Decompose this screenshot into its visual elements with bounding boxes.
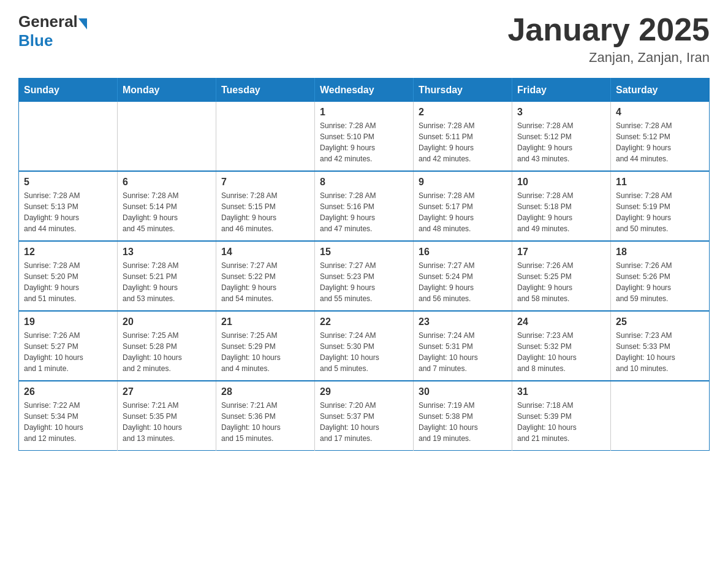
calendar-cell: 4Sunrise: 7:28 AM Sunset: 5:12 PM Daylig… — [611, 102, 710, 171]
header: General Blue January 2025 Zanjan, Zanjan… — [18, 12, 710, 66]
day-number: 19 — [24, 316, 112, 327]
day-info: Sunrise: 7:26 AM Sunset: 5:26 PM Dayligh… — [616, 260, 704, 304]
day-number: 23 — [419, 316, 507, 327]
calendar-cell: 13Sunrise: 7:28 AM Sunset: 5:21 PM Dayli… — [118, 241, 216, 311]
day-info: Sunrise: 7:18 AM Sunset: 5:39 PM Dayligh… — [517, 400, 605, 444]
day-info: Sunrise: 7:28 AM Sunset: 5:13 PM Dayligh… — [24, 190, 112, 234]
calendar-cell: 3Sunrise: 7:28 AM Sunset: 5:12 PM Daylig… — [512, 102, 611, 171]
day-info: Sunrise: 7:28 AM Sunset: 5:11 PM Dayligh… — [419, 120, 507, 164]
weekday-header-tuesday: Tuesday — [216, 79, 315, 102]
day-info: Sunrise: 7:21 AM Sunset: 5:36 PM Dayligh… — [221, 400, 309, 444]
day-info: Sunrise: 7:28 AM Sunset: 5:14 PM Dayligh… — [123, 190, 211, 234]
calendar-cell: 20Sunrise: 7:25 AM Sunset: 5:28 PM Dayli… — [118, 311, 216, 381]
day-info: Sunrise: 7:28 AM Sunset: 5:12 PM Dayligh… — [616, 120, 704, 164]
day-number: 30 — [419, 386, 507, 397]
weekday-header-thursday: Thursday — [414, 79, 512, 102]
weekday-header-wednesday: Wednesday — [315, 79, 414, 102]
calendar-cell: 28Sunrise: 7:21 AM Sunset: 5:36 PM Dayli… — [216, 381, 315, 451]
day-info: Sunrise: 7:20 AM Sunset: 5:37 PM Dayligh… — [320, 400, 408, 444]
day-number: 24 — [517, 316, 605, 327]
day-number: 15 — [320, 247, 408, 258]
calendar-cell: 31Sunrise: 7:18 AM Sunset: 5:39 PM Dayli… — [512, 381, 611, 451]
calendar-week-4: 19Sunrise: 7:26 AM Sunset: 5:27 PM Dayli… — [19, 311, 710, 381]
day-info: Sunrise: 7:28 AM Sunset: 5:21 PM Dayligh… — [123, 260, 211, 304]
calendar-cell: 26Sunrise: 7:22 AM Sunset: 5:34 PM Dayli… — [19, 381, 118, 451]
day-info: Sunrise: 7:28 AM Sunset: 5:20 PM Dayligh… — [24, 260, 112, 304]
day-number: 27 — [123, 386, 211, 397]
day-info: Sunrise: 7:22 AM Sunset: 5:34 PM Dayligh… — [24, 400, 112, 444]
location-title: Zanjan, Zanjan, Iran — [507, 50, 710, 66]
day-info: Sunrise: 7:25 AM Sunset: 5:28 PM Dayligh… — [123, 330, 211, 374]
day-info: Sunrise: 7:27 AM Sunset: 5:24 PM Dayligh… — [419, 260, 507, 304]
day-number: 4 — [616, 107, 704, 118]
logo: General Blue — [18, 12, 88, 50]
day-number: 1 — [320, 107, 408, 118]
calendar-cell: 18Sunrise: 7:26 AM Sunset: 5:26 PM Dayli… — [611, 241, 710, 311]
calendar-cell: 8Sunrise: 7:28 AM Sunset: 5:16 PM Daylig… — [315, 171, 414, 241]
calendar-week-3: 12Sunrise: 7:28 AM Sunset: 5:20 PM Dayli… — [19, 241, 710, 311]
day-info: Sunrise: 7:28 AM Sunset: 5:16 PM Dayligh… — [320, 190, 408, 234]
calendar-cell: 29Sunrise: 7:20 AM Sunset: 5:37 PM Dayli… — [315, 381, 414, 451]
calendar-cell: 9Sunrise: 7:28 AM Sunset: 5:17 PM Daylig… — [414, 171, 512, 241]
calendar-cell: 23Sunrise: 7:24 AM Sunset: 5:31 PM Dayli… — [414, 311, 512, 381]
day-number: 29 — [320, 386, 408, 397]
calendar-cell: 10Sunrise: 7:28 AM Sunset: 5:18 PM Dayli… — [512, 171, 611, 241]
day-number: 5 — [24, 177, 112, 188]
calendar-header: SundayMondayTuesdayWednesdayThursdayFrid… — [19, 79, 710, 102]
calendar-cell: 14Sunrise: 7:27 AM Sunset: 5:22 PM Dayli… — [216, 241, 315, 311]
weekday-header-friday: Friday — [512, 79, 611, 102]
day-number: 2 — [419, 107, 507, 118]
title-area: January 2025 Zanjan, Zanjan, Iran — [507, 12, 710, 66]
day-number: 13 — [123, 247, 211, 258]
day-number: 7 — [221, 177, 309, 188]
day-info: Sunrise: 7:28 AM Sunset: 5:15 PM Dayligh… — [221, 190, 309, 234]
day-info: Sunrise: 7:28 AM Sunset: 5:18 PM Dayligh… — [517, 190, 605, 234]
day-info: Sunrise: 7:24 AM Sunset: 5:30 PM Dayligh… — [320, 330, 408, 374]
calendar-cell — [118, 102, 216, 171]
calendar-cell: 1Sunrise: 7:28 AM Sunset: 5:10 PM Daylig… — [315, 102, 414, 171]
day-info: Sunrise: 7:28 AM Sunset: 5:19 PM Dayligh… — [616, 190, 704, 234]
day-number: 6 — [123, 177, 211, 188]
calendar-table: SundayMondayTuesdayWednesdayThursdayFrid… — [18, 78, 710, 451]
day-info: Sunrise: 7:24 AM Sunset: 5:31 PM Dayligh… — [419, 330, 507, 374]
day-info: Sunrise: 7:28 AM Sunset: 5:10 PM Dayligh… — [320, 120, 408, 164]
calendar-cell: 22Sunrise: 7:24 AM Sunset: 5:30 PM Dayli… — [315, 311, 414, 381]
day-number: 3 — [517, 107, 605, 118]
calendar-cell — [19, 102, 118, 171]
day-number: 11 — [616, 177, 704, 188]
day-number: 16 — [419, 247, 507, 258]
weekday-header-sunday: Sunday — [19, 79, 118, 102]
calendar-cell: 25Sunrise: 7:23 AM Sunset: 5:33 PM Dayli… — [611, 311, 710, 381]
day-number: 10 — [517, 177, 605, 188]
calendar-week-5: 26Sunrise: 7:22 AM Sunset: 5:34 PM Dayli… — [19, 381, 710, 451]
day-info: Sunrise: 7:23 AM Sunset: 5:33 PM Dayligh… — [616, 330, 704, 374]
day-number: 9 — [419, 177, 507, 188]
day-number: 28 — [221, 386, 309, 397]
calendar-cell: 21Sunrise: 7:25 AM Sunset: 5:29 PM Dayli… — [216, 311, 315, 381]
calendar-week-1: 1Sunrise: 7:28 AM Sunset: 5:10 PM Daylig… — [19, 102, 710, 171]
calendar-cell: 12Sunrise: 7:28 AM Sunset: 5:20 PM Dayli… — [19, 241, 118, 311]
month-title: January 2025 — [507, 12, 710, 47]
day-info: Sunrise: 7:21 AM Sunset: 5:35 PM Dayligh… — [123, 400, 211, 444]
calendar-cell: 16Sunrise: 7:27 AM Sunset: 5:24 PM Dayli… — [414, 241, 512, 311]
day-info: Sunrise: 7:25 AM Sunset: 5:29 PM Dayligh… — [221, 330, 309, 374]
day-number: 31 — [517, 386, 605, 397]
logo-general-text: General — [18, 12, 78, 31]
day-info: Sunrise: 7:26 AM Sunset: 5:25 PM Dayligh… — [517, 260, 605, 304]
day-number: 22 — [320, 316, 408, 327]
calendar-cell: 30Sunrise: 7:19 AM Sunset: 5:38 PM Dayli… — [414, 381, 512, 451]
logo-arrow-icon — [78, 18, 87, 29]
weekday-header-row: SundayMondayTuesdayWednesdayThursdayFrid… — [19, 79, 710, 102]
day-info: Sunrise: 7:26 AM Sunset: 5:27 PM Dayligh… — [24, 330, 112, 374]
day-number: 8 — [320, 177, 408, 188]
day-info: Sunrise: 7:28 AM Sunset: 5:17 PM Dayligh… — [419, 190, 507, 234]
weekday-header-monday: Monday — [118, 79, 216, 102]
day-info: Sunrise: 7:19 AM Sunset: 5:38 PM Dayligh… — [419, 400, 507, 444]
calendar-cell: 6Sunrise: 7:28 AM Sunset: 5:14 PM Daylig… — [118, 171, 216, 241]
day-info: Sunrise: 7:28 AM Sunset: 5:12 PM Dayligh… — [517, 120, 605, 164]
day-number: 12 — [24, 247, 112, 258]
calendar-cell: 7Sunrise: 7:28 AM Sunset: 5:15 PM Daylig… — [216, 171, 315, 241]
day-info: Sunrise: 7:27 AM Sunset: 5:23 PM Dayligh… — [320, 260, 408, 304]
weekday-header-saturday: Saturday — [611, 79, 710, 102]
calendar-cell: 24Sunrise: 7:23 AM Sunset: 5:32 PM Dayli… — [512, 311, 611, 381]
